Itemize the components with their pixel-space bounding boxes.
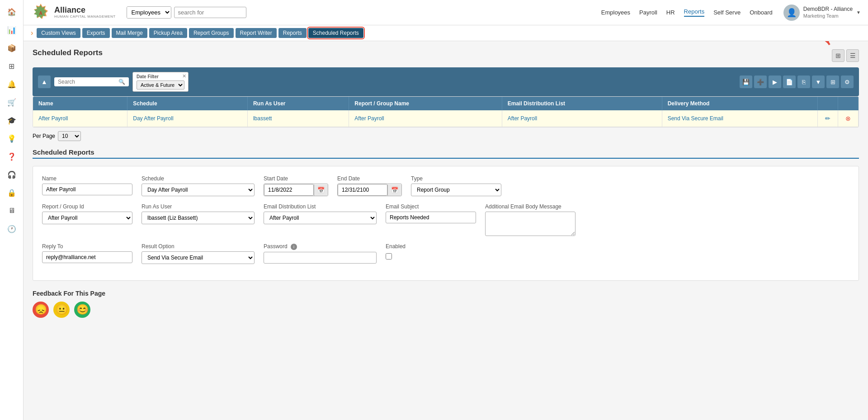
col-report-group-name: Report / Group Name bbox=[349, 97, 502, 110]
password-input[interactable] bbox=[264, 252, 377, 264]
export-toolbar-btn[interactable]: 📄 bbox=[783, 76, 796, 88]
nav-reports[interactable]: Reports bbox=[684, 8, 705, 17]
startdate-cal-btn[interactable]: 📅 bbox=[314, 184, 328, 196]
sidebar-cart-icon[interactable]: 🛒 bbox=[4, 94, 20, 110]
col-delivery-method: Delivery Method bbox=[662, 97, 817, 110]
nav-payroll[interactable]: Payroll bbox=[639, 9, 657, 16]
sidebar-bulb-icon[interactable]: 💡 bbox=[4, 130, 20, 146]
table-body: After Payroll Day After Payroll lbassett… bbox=[33, 110, 859, 127]
runasuser-select[interactable]: lbassett (Liz Bassett)admin bbox=[142, 212, 255, 224]
tab-report-groups[interactable]: Report Groups bbox=[189, 28, 234, 38]
sidebar-monitor-icon[interactable]: 🖥 bbox=[4, 203, 20, 219]
emailsubject-input[interactable] bbox=[386, 212, 476, 223]
tab-pickup-area[interactable]: Pickup Area bbox=[149, 28, 187, 38]
per-page-select[interactable]: 102550100 bbox=[58, 131, 81, 141]
tab-scheduled-reports[interactable]: Scheduled Reports bbox=[308, 28, 363, 38]
emaildist-select[interactable]: After PayrollAll Employees bbox=[264, 212, 377, 224]
sidebar-question-icon[interactable]: ❓ bbox=[4, 148, 20, 165]
save-toolbar-btn[interactable]: 💾 bbox=[740, 76, 752, 88]
add-toolbar-btn[interactable]: ➕ bbox=[754, 76, 767, 88]
sidebar-graduation-icon[interactable]: 🎓 bbox=[4, 112, 20, 128]
runasuser-label: Run As User bbox=[142, 203, 255, 210]
search-icon: 🔍 bbox=[118, 79, 125, 85]
enddate-input[interactable] bbox=[338, 184, 387, 196]
resultoption-label: Result Option bbox=[142, 243, 255, 250]
copy-toolbar-btn[interactable]: ⎘ bbox=[797, 76, 810, 88]
sidebar-headset-icon[interactable]: 🎧 bbox=[4, 166, 20, 183]
logo-subtitle: HUMAN CAPITAL MANAGEMENT bbox=[54, 15, 116, 19]
resultoption-select[interactable]: Send Via Secure EmailEmailFTP bbox=[142, 251, 255, 264]
feedback-happy-btn[interactable]: 😊 bbox=[74, 302, 90, 318]
sidebar-clock-icon[interactable]: 🕐 bbox=[4, 221, 20, 237]
feedback-section: Feedback For This Page 😞 😐 😊 bbox=[33, 290, 859, 318]
startdate-label: Start Date bbox=[264, 175, 328, 182]
feedback-neutral-btn[interactable]: 😐 bbox=[53, 302, 70, 318]
tab-custom-views[interactable]: Custom Views bbox=[37, 28, 80, 38]
filter-toolbar-btn[interactable]: ▼ bbox=[812, 76, 825, 88]
card-view-btn[interactable]: ⊞ bbox=[832, 49, 844, 62]
nav-hr[interactable]: HR bbox=[666, 9, 675, 16]
date-filter-select[interactable]: Active & FutureAllPastFuture bbox=[137, 80, 184, 90]
search-input[interactable] bbox=[58, 79, 117, 85]
schedule-label: Schedule bbox=[142, 175, 255, 182]
svg-text:A: A bbox=[39, 11, 42, 16]
form-group-replyto: Reply To bbox=[42, 243, 132, 264]
data-table-container: Name Schedule Run As User Report / Group… bbox=[33, 96, 859, 127]
employee-dropdown[interactable]: Employees bbox=[127, 7, 171, 18]
form-group-enabled: Enabled bbox=[386, 243, 406, 264]
tab-reports[interactable]: Reports bbox=[278, 28, 307, 38]
top-search-input[interactable] bbox=[174, 7, 246, 18]
sidebar-layers-icon[interactable]: ⊞ bbox=[4, 58, 20, 74]
tab-exports[interactable]: Exports bbox=[82, 28, 110, 38]
sidebar: 🏠 📊 📦 ⊞ 🔔 🛒 🎓 💡 ❓ 🎧 🔒 🖥 🕐 bbox=[0, 0, 24, 420]
startdate-input[interactable] bbox=[264, 184, 314, 196]
edit-row-btn[interactable]: ✏ bbox=[823, 114, 832, 123]
replyto-input[interactable] bbox=[42, 251, 132, 263]
name-input[interactable] bbox=[42, 184, 132, 195]
form-group-resultoption: Result Option Send Via Secure EmailEmail… bbox=[142, 243, 255, 264]
password-label: Password i bbox=[264, 243, 377, 250]
enabled-checkbox[interactable] bbox=[386, 253, 392, 260]
user-area[interactable]: 👤 DemoBDR - Alliance Marketing Team ▼ bbox=[783, 5, 861, 21]
nav-onboard[interactable]: Onboard bbox=[750, 9, 773, 16]
reportgroupid-select[interactable]: After PayrollAll Reports bbox=[42, 212, 132, 224]
list-view-btn[interactable]: ☰ bbox=[846, 49, 859, 62]
password-info-icon[interactable]: i bbox=[291, 244, 297, 250]
nav-selfserve[interactable]: Self Serve bbox=[713, 9, 741, 16]
sidebar-bell-icon[interactable]: 🔔 bbox=[4, 76, 20, 92]
delete-row-btn[interactable]: ⊗ bbox=[844, 114, 853, 123]
tab-mail-merge[interactable]: Mail Merge bbox=[112, 28, 147, 38]
type-select[interactable]: Report GroupIndividual Report bbox=[411, 184, 501, 196]
feedback-title: Feedback For This Page bbox=[33, 290, 859, 297]
sidebar-home-icon[interactable]: 🏠 bbox=[4, 4, 20, 20]
form-group-runasuser: Run As User lbassett (Liz Bassett)admin bbox=[142, 203, 255, 236]
neutral-icon: 😐 bbox=[56, 304, 68, 316]
sidebar-lock-icon[interactable]: 🔒 bbox=[4, 184, 20, 201]
col-delete-action bbox=[838, 97, 859, 110]
tab-report-writer[interactable]: Report Writer bbox=[236, 28, 277, 38]
run-toolbar-btn[interactable]: ▶ bbox=[769, 76, 781, 88]
enddate-cal-btn[interactable]: 📅 bbox=[387, 184, 401, 196]
sub-nav: › Custom Views Exports Mail Merge Pickup… bbox=[24, 25, 868, 41]
schedule-select[interactable]: Day After PayrollWeeklyMonthly bbox=[142, 184, 255, 196]
sidebar-chart-icon[interactable]: 📊 bbox=[4, 22, 20, 38]
enabled-label: Enabled bbox=[386, 243, 406, 250]
sidebar-box-icon[interactable]: 📦 bbox=[4, 40, 20, 56]
form-group-emailbody: Additional Email Body Message bbox=[485, 203, 576, 236]
emailbody-textarea[interactable] bbox=[485, 212, 576, 236]
replyto-label: Reply To bbox=[42, 243, 132, 250]
cell-report-group-name: After Payroll bbox=[349, 110, 502, 127]
date-filter-close-btn[interactable]: ✕ bbox=[182, 73, 186, 79]
employee-select-wrap[interactable]: Employees bbox=[127, 6, 171, 19]
form-group-type: Type Report GroupIndividual Report bbox=[411, 175, 501, 196]
date-filter-box: ✕ Date Filter Active & FutureAllPastFutu… bbox=[132, 72, 189, 92]
nav-employees[interactable]: Employees bbox=[601, 9, 630, 16]
enabled-wrap bbox=[386, 253, 406, 260]
settings-toolbar-btn[interactable]: ⚙ bbox=[841, 76, 854, 88]
user-avatar: 👤 bbox=[783, 5, 800, 21]
grid-toolbar-btn[interactable]: ⊞ bbox=[826, 76, 839, 88]
logo-area: A Alliance HUMAN CAPITAL MANAGEMENT bbox=[31, 3, 116, 23]
collapse-btn[interactable]: ▲ bbox=[38, 76, 51, 88]
feedback-sad-btn[interactable]: 😞 bbox=[33, 302, 49, 318]
cell-email-dist: After Payroll bbox=[502, 110, 662, 127]
